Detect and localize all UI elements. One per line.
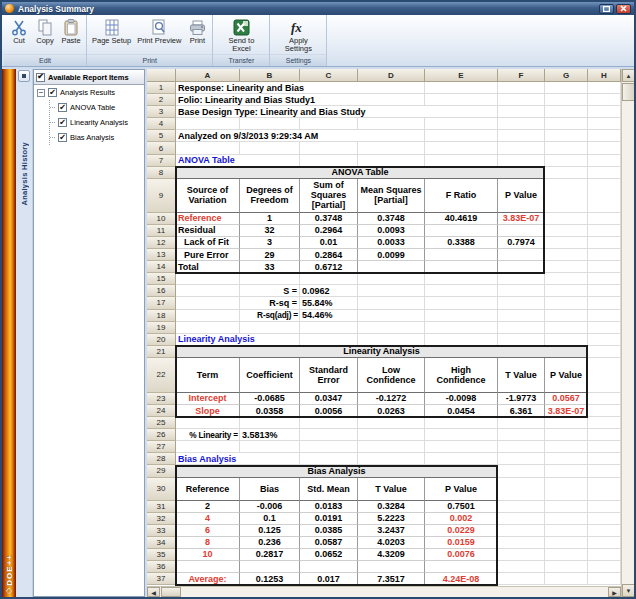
cell[interactable] — [545, 465, 588, 477]
cell[interactable]: 55.84% — [300, 297, 358, 309]
row-header[interactable]: 14 — [147, 261, 176, 273]
cell[interactable] — [358, 310, 425, 322]
cell[interactable] — [498, 429, 545, 441]
cell[interactable]: 4.3209 — [358, 549, 425, 561]
cell[interactable]: 0.0385 — [300, 525, 358, 537]
cell[interactable]: 4 — [176, 513, 240, 525]
cell[interactable]: Total — [176, 261, 240, 273]
cell[interactable] — [358, 334, 425, 346]
cell[interactable]: 0.0229 — [425, 525, 498, 537]
cell[interactable]: 0.002 — [425, 513, 498, 525]
row-header[interactable]: 30 — [147, 478, 176, 501]
cell[interactable] — [588, 261, 621, 273]
row-header[interactable]: 36 — [147, 561, 176, 573]
column-header[interactable]: D — [358, 69, 425, 82]
h-scroll-track[interactable] — [181, 587, 608, 597]
vertical-scrollbar[interactable]: ▲ ▼ — [621, 69, 634, 597]
cell[interactable] — [498, 261, 545, 273]
column-header[interactable]: F — [498, 69, 545, 82]
cell[interactable] — [358, 561, 425, 573]
cell[interactable]: Bias Analysis — [176, 465, 498, 477]
row-header[interactable]: 27 — [147, 441, 176, 453]
cell[interactable]: Lack of Fit — [176, 237, 240, 249]
column-header[interactable]: G — [545, 69, 588, 82]
cell[interactable] — [425, 225, 498, 237]
cell[interactable] — [300, 273, 358, 285]
cell[interactable] — [300, 441, 358, 453]
cell[interactable] — [545, 561, 588, 573]
cell[interactable]: 0.01 — [300, 237, 358, 249]
cell[interactable] — [358, 429, 425, 441]
cell[interactable] — [588, 213, 621, 225]
cell[interactable] — [588, 429, 621, 441]
cell[interactable] — [588, 142, 621, 154]
checkbox-analysis-results[interactable]: ✔ — [48, 88, 57, 97]
cell[interactable]: 0.6712 — [300, 261, 358, 273]
cell[interactable] — [545, 334, 588, 346]
cell[interactable]: 0.3388 — [425, 237, 498, 249]
page-setup-button[interactable]: Page Setup — [89, 17, 134, 46]
cell[interactable] — [545, 537, 588, 549]
cell[interactable]: 3.83E-07 — [545, 405, 588, 417]
cell[interactable] — [425, 261, 498, 273]
cell[interactable] — [588, 118, 621, 130]
cell[interactable] — [545, 322, 588, 334]
cell[interactable] — [358, 118, 425, 130]
close-button[interactable] — [616, 4, 631, 14]
cell[interactable] — [176, 322, 240, 334]
row-header[interactable]: 25 — [147, 417, 176, 429]
cell[interactable] — [176, 310, 240, 322]
cell[interactable] — [425, 94, 498, 106]
cell[interactable] — [498, 334, 545, 346]
send-to-excel-button[interactable]: Send to Excel — [215, 17, 267, 54]
cell[interactable]: 0.0347 — [300, 393, 358, 405]
cell[interactable] — [425, 130, 498, 142]
cell[interactable] — [425, 118, 498, 130]
cell[interactable]: 0.125 — [240, 525, 300, 537]
cell[interactable] — [498, 297, 545, 309]
row-header[interactable]: 23 — [147, 393, 176, 405]
cell[interactable]: 0.0567 — [545, 393, 588, 405]
cell[interactable]: Slope — [176, 405, 240, 417]
cell[interactable] — [176, 273, 240, 285]
cell[interactable] — [358, 285, 425, 297]
cell[interactable] — [588, 478, 621, 501]
cell[interactable] — [588, 249, 621, 261]
cell[interactable] — [300, 142, 358, 154]
cell[interactable] — [588, 237, 621, 249]
cell[interactable] — [545, 106, 588, 118]
cell[interactable]: 0.0159 — [425, 537, 498, 549]
cell[interactable] — [498, 525, 545, 537]
tree-item-linearity-analysis[interactable]: ✔ Linearity Analysis — [50, 115, 144, 130]
corner-cell[interactable] — [147, 69, 176, 82]
cell[interactable] — [176, 441, 240, 453]
cell[interactable]: 0.0191 — [300, 513, 358, 525]
cell[interactable] — [545, 225, 588, 237]
cell[interactable] — [358, 142, 425, 154]
row-header[interactable]: 9 — [147, 179, 176, 213]
cell[interactable] — [545, 310, 588, 322]
row-header[interactable]: 3 — [147, 106, 176, 118]
cell[interactable] — [498, 537, 545, 549]
cell[interactable] — [498, 130, 545, 142]
cell[interactable] — [425, 273, 498, 285]
cell[interactable] — [498, 106, 545, 118]
cell[interactable] — [425, 441, 498, 453]
row-header[interactable]: 32 — [147, 513, 176, 525]
cell[interactable] — [588, 358, 621, 393]
cell[interactable] — [425, 142, 498, 154]
cell[interactable]: Source of Variation — [176, 179, 240, 213]
cell[interactable] — [545, 179, 588, 213]
cell[interactable]: T Value — [498, 358, 545, 393]
cell[interactable] — [588, 94, 621, 106]
cell[interactable] — [545, 417, 588, 429]
cell[interactable]: Analyzed on 9/3/2013 9:29:34 AM — [176, 130, 425, 142]
cell[interactable] — [588, 273, 621, 285]
cell[interactable] — [498, 118, 545, 130]
row-header[interactable]: 4 — [147, 118, 176, 130]
column-header[interactable]: C — [300, 69, 358, 82]
cell[interactable] — [545, 237, 588, 249]
row-header[interactable]: 6 — [147, 142, 176, 154]
cell[interactable] — [588, 561, 621, 573]
cell[interactable] — [498, 322, 545, 334]
